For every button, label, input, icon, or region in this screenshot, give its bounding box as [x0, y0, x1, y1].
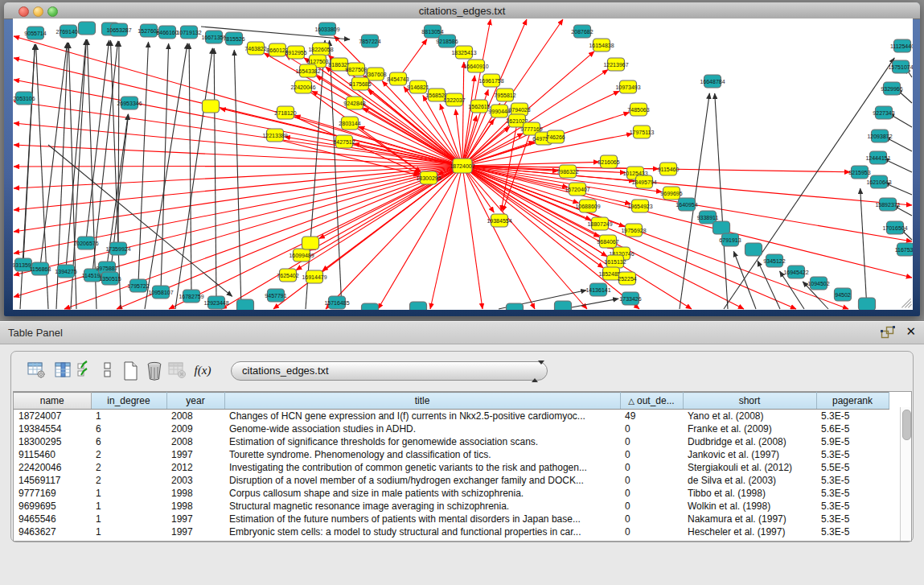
graph-node[interactable]: 6466160 — [156, 26, 178, 39]
table-cell[interactable]: 0 — [620, 500, 683, 513]
table-cell[interactable]: 18724007 — [14, 410, 91, 423]
graph-node[interactable]: 16640910 — [463, 60, 488, 72]
table-cell[interactable]: 14569117 — [14, 474, 91, 487]
graph-node[interactable]: 16210643 — [866, 175, 891, 188]
graph-node[interactable]: 1394275 — [55, 265, 76, 278]
table-cell[interactable]: Structural magnetic resonance image aver… — [224, 500, 620, 513]
table-cell[interactable]: 1 — [91, 410, 166, 423]
graph-node[interactable]: 9699695 — [660, 187, 682, 200]
graph-node[interactable]: 7986322 — [556, 165, 578, 178]
graph-node[interactable] — [507, 303, 524, 310]
table-cell[interactable]: 0 — [620, 448, 683, 461]
graph-node[interactable]: 16782759 — [179, 290, 203, 303]
graph-node[interactable]: 9115460 — [658, 163, 680, 175]
graph-node[interactable] — [302, 237, 319, 249]
table-cell[interactable]: 9115460 — [14, 448, 91, 461]
table-row[interactable]: 969969511998Structural magnetic resonanc… — [14, 500, 889, 513]
graph-node[interactable] — [713, 221, 730, 234]
table-cell[interactable]: 5.6E-5 — [816, 422, 889, 435]
graph-node[interactable]: 9684067 — [597, 235, 618, 248]
table-cell[interactable]: Estimation of the future numbers of pati… — [224, 513, 620, 525]
graph-node[interactable]: 9329966 — [881, 82, 902, 95]
graph-node[interactable]: 7485063 — [627, 103, 649, 116]
table-cell[interactable]: 2008 — [166, 435, 224, 448]
graph-node[interactable]: 1350515 — [99, 272, 121, 285]
graph-node[interactable]: 12213967 — [603, 58, 628, 71]
column-header-name[interactable]: name — [14, 393, 91, 410]
column-header-short[interactable]: short — [683, 393, 816, 410]
table-cell[interactable]: Stergiakouli et al. (2012) — [683, 461, 816, 474]
graph-node[interactable]: 8912955 — [285, 46, 306, 59]
table-cell[interactable]: Franke et al. (2009) — [683, 422, 816, 435]
graph-node[interactable]: 9242848 — [343, 97, 365, 109]
graph-node[interactable]: 10719132 — [176, 26, 201, 39]
graph-node[interactable]: 8454743 — [387, 72, 409, 85]
column-header-out_de[interactable]: △out_de... — [620, 393, 683, 410]
graph-node[interactable]: 8215953 — [848, 166, 870, 179]
graph-node[interactable] — [237, 299, 254, 310]
table-cell[interactable]: 1997 — [166, 513, 224, 525]
table-cell[interactable]: Investigating the contribution of common… — [224, 461, 620, 474]
table-row[interactable]: 1938455462009Genome-wide association stu… — [14, 422, 889, 435]
graph-node[interactable] — [362, 303, 379, 310]
table-cell[interactable]: Yano et al. (2008) — [683, 410, 816, 423]
graph-node[interactable]: 2053106 — [13, 92, 35, 105]
table-cell[interactable]: Nakamura et al. (1997) — [683, 513, 816, 525]
table-cell[interactable]: 9465546 — [14, 513, 91, 525]
table-row[interactable]: 1830029562008Estimation of significance … — [14, 435, 889, 448]
graph-node[interactable]: 1795722 — [127, 279, 149, 292]
graph-node[interactable]: 7857224 — [359, 35, 380, 47]
graph-node[interactable]: 7463822 — [244, 42, 266, 55]
float-panel-icon[interactable] — [881, 326, 895, 339]
table-cell[interactable]: 6 — [91, 435, 166, 448]
table-cell[interactable]: 0 — [620, 525, 683, 538]
graph-node[interactable]: 10958107 — [148, 286, 173, 299]
table-cell[interactable]: 1 — [91, 513, 166, 525]
table-cell[interactable]: 2008 — [166, 410, 224, 423]
graph-node[interactable]: 16154838 — [589, 39, 614, 51]
graph-node[interactable]: 9227343 — [873, 106, 894, 119]
graph-node[interactable]: 18724007 — [450, 159, 474, 173]
column-header-pagerank[interactable]: pagerank — [816, 393, 889, 410]
table-cell[interactable]: 5.3E-5 — [816, 410, 889, 423]
graph-node[interactable]: 16961758 — [478, 74, 503, 87]
table-cell[interactable]: 5.9E-5 — [816, 435, 889, 448]
table-cell[interactable]: Wolkin et al. (1998) — [683, 500, 816, 513]
table-cell[interactable]: 9463627 — [14, 525, 91, 538]
graph-node[interactable]: 1640954 — [676, 198, 697, 211]
graph-node[interactable]: 1156868 — [30, 262, 51, 275]
close-panel-icon[interactable]: ✕ — [906, 324, 916, 339]
table-cell[interactable]: 1997 — [166, 448, 224, 461]
table-cell[interactable]: 0 — [620, 513, 683, 525]
graph-node[interactable]: 2718120 — [274, 106, 296, 119]
graph-node[interactable]: 18325413 — [451, 46, 476, 59]
graph-node[interactable]: 1094502 — [807, 277, 829, 290]
table-cell[interactable]: 49 — [620, 410, 683, 423]
column-header-in_degree[interactable]: in_degree — [91, 393, 166, 410]
table-cell[interactable]: 2 — [91, 461, 166, 474]
table-cell[interactable]: 2 — [91, 474, 166, 487]
table-cell[interactable]: 1 — [91, 500, 166, 513]
scrollbar-thumb[interactable] — [902, 410, 911, 440]
graph-node[interactable]: 94502 — [835, 288, 852, 301]
table-row[interactable]: 1456911722003Disruption of a novel membe… — [14, 474, 889, 487]
graph-node[interactable]: 7955812 — [494, 89, 515, 101]
table-cell[interactable]: 9777169 — [14, 487, 91, 500]
table-cell[interactable]: 6 — [91, 422, 166, 435]
table-cell[interactable]: 2009 — [166, 422, 224, 435]
table-cell[interactable]: Disruption of a novel member of a sodium… — [224, 474, 620, 487]
function-builder-icon[interactable]: f(x) — [190, 360, 216, 382]
table-cell[interactable]: 0 — [620, 487, 683, 500]
table-cell[interactable]: 0 — [620, 435, 683, 448]
graph-node[interactable]: 2087682 — [571, 25, 593, 38]
graph-node[interactable]: 7815526 — [223, 32, 244, 45]
graph-node[interactable]: 2803144 — [339, 117, 360, 130]
graph-node[interactable]: 9345122 — [763, 254, 785, 267]
table-mode-icon[interactable] — [25, 360, 47, 382]
table-cell[interactable]: 1 — [91, 487, 166, 500]
graph-node[interactable]: 8427512 — [333, 135, 355, 148]
graph-node[interactable]: 746266 — [546, 130, 565, 143]
graph-node[interactable] — [79, 22, 96, 35]
graph-node[interactable]: 15892371 — [875, 198, 900, 211]
table-cell[interactable]: Corpus callosum shape and size in male p… — [224, 487, 620, 500]
